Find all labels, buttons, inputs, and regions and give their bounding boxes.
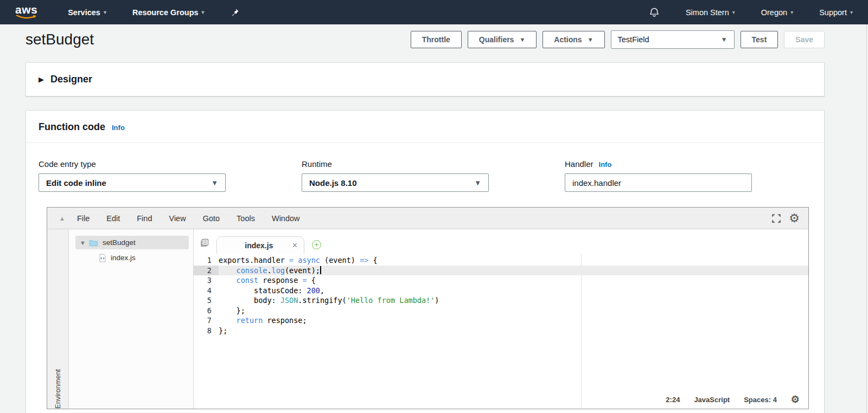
throttle-button[interactable]: Throttle	[411, 31, 462, 48]
statusbar-gear-icon[interactable]: ⚙	[791, 395, 800, 404]
chevron-down-icon: ▾	[104, 9, 106, 15]
test-event-select[interactable]: TestField ▼	[611, 30, 735, 49]
new-tab-plus-icon[interactable]: +	[312, 240, 321, 249]
code-line-text: const response = {	[219, 275, 316, 286]
tree-file-label: index.js	[111, 254, 136, 262]
editor-settings-gear-icon[interactable]: ⚙	[789, 212, 800, 224]
code-editor: ▲ FileEditFindViewGotoToolsWindow ⚙ Envi…	[47, 207, 809, 409]
qualifiers-button[interactable]: Qualifiers ▼	[468, 31, 537, 48]
fullscreen-icon[interactable]	[771, 214, 781, 223]
aws-logo-text: aws	[15, 5, 37, 15]
handler-field: Handler Info index.handler	[565, 159, 752, 192]
code-line-text: console.log(event);	[219, 266, 321, 276]
code-line[interactable]: 7 return response;	[194, 315, 808, 326]
nav-user-menu[interactable]: Simon Stern ▾	[686, 8, 735, 17]
menu-find[interactable]: Find	[137, 214, 152, 223]
test-event-value: TestField	[618, 35, 649, 44]
tab-close-icon[interactable]: ×	[292, 241, 297, 250]
tree-file-indexjs[interactable]: index.js	[69, 251, 193, 264]
runtime-field: Runtime Node.js 8.10 ▼	[302, 159, 489, 192]
line-number: 4	[194, 286, 219, 296]
code-line-text: return response;	[219, 315, 307, 326]
tab-indexjs[interactable]: index.js ×	[216, 236, 304, 254]
aws-logo[interactable]: aws	[15, 5, 37, 20]
runtime-select[interactable]: Node.js 8.10 ▼	[302, 173, 489, 192]
handler-info-link[interactable]: Info	[599, 160, 612, 169]
disclosure-triangle-icon[interactable]: ▼	[80, 240, 86, 246]
indentation-setting[interactable]: Spaces: 4	[744, 396, 777, 404]
code-line-text: };	[219, 326, 227, 336]
pin-icon[interactable]	[231, 8, 239, 17]
code-line[interactable]: 6 };	[194, 306, 808, 316]
code-line[interactable]: 2 console.log(event);	[194, 266, 808, 276]
page-scrollbar[interactable]	[866, 24, 867, 413]
notifications-bell-icon[interactable]	[649, 7, 660, 18]
nav-resource-groups-label: Resource Groups	[132, 8, 199, 17]
tree-folder-setbudget[interactable]: ▼ setBudget	[75, 236, 189, 249]
nav-region-label: Oregon	[761, 8, 787, 17]
save-label: Save	[795, 35, 813, 44]
designer-section[interactable]: ▶ Designer	[25, 62, 825, 96]
menu-window[interactable]: Window	[272, 214, 300, 223]
nav-resource-groups[interactable]: Resource Groups ▾	[132, 8, 205, 17]
cursor-position[interactable]: 2:24	[666, 396, 680, 404]
folder-icon	[89, 239, 98, 247]
tab-list-icon[interactable]	[200, 238, 210, 247]
expand-triangle-icon: ▶	[39, 75, 44, 83]
tree-folder-label: setBudget	[103, 238, 136, 247]
save-button[interactable]: Save	[784, 31, 825, 48]
throttle-label: Throttle	[422, 35, 450, 44]
menu-goto[interactable]: Goto	[203, 214, 220, 223]
code-entry-type-label: Code entry type	[39, 159, 226, 169]
editor-statusbar: 2:24 JavaScript Spaces: 4 ⚙	[666, 395, 800, 404]
page-title: setBudget	[25, 31, 94, 48]
code-text-area[interactable]: 1exports.handler = async (event) => {2 c…	[194, 254, 808, 409]
editor-menubar: ▲ FileEditFindViewGotoToolsWindow ⚙	[47, 208, 808, 229]
function-code-title: Function code	[39, 121, 105, 133]
menu-view[interactable]: View	[169, 214, 186, 223]
chevron-down-icon: ▾	[732, 9, 735, 15]
aws-smile-icon	[16, 15, 37, 20]
language-mode[interactable]: JavaScript	[694, 396, 730, 404]
editor-tabbar: index.js × +	[194, 229, 808, 254]
code-pane: index.js × + 1exports.handler = async (e…	[194, 229, 808, 409]
handler-input[interactable]: index.handler	[565, 173, 752, 192]
handler-label: Handler	[565, 159, 593, 169]
line-number: 5	[194, 295, 219, 306]
file-tree: ▼ setBudget index.js	[69, 229, 194, 409]
test-button[interactable]: Test	[741, 31, 778, 48]
chevron-down-icon: ▼	[721, 36, 727, 43]
collapse-editor-icon[interactable]: ▲	[59, 215, 65, 222]
line-number: 8	[194, 326, 219, 336]
code-line-text: body: JSON.stringify('Hello from Lambda!…	[219, 295, 439, 306]
environment-sidebar[interactable]: Environment	[47, 229, 69, 409]
function-code-info-link[interactable]: Info	[112, 124, 125, 132]
menu-tools[interactable]: Tools	[237, 214, 255, 223]
code-entry-type-value: Edit code inline	[46, 178, 106, 188]
line-number: 2	[194, 266, 219, 276]
nav-region-menu[interactable]: Oregon ▾	[761, 8, 793, 17]
nav-services-label: Services	[68, 8, 100, 17]
menu-file[interactable]: File	[77, 214, 90, 223]
runtime-value: Node.js 8.10	[309, 178, 357, 188]
actions-label: Actions	[554, 35, 582, 44]
nav-services[interactable]: Services ▾	[68, 8, 106, 17]
code-entry-type-select[interactable]: Edit code inline ▼	[39, 173, 226, 192]
code-line-text: statusCode: 200,	[219, 286, 324, 296]
line-number: 7	[194, 315, 219, 326]
code-line[interactable]: 1exports.handler = async (event) => {	[194, 255, 808, 266]
menu-edit[interactable]: Edit	[106, 214, 120, 223]
code-line[interactable]: 5 body: JSON.stringify('Hello from Lambd…	[194, 295, 808, 306]
actions-button[interactable]: Actions ▼	[542, 31, 604, 48]
handler-value: index.handler	[572, 178, 621, 188]
function-header: setBudget Throttle Qualifiers ▼ Actions …	[0, 24, 868, 54]
function-code-section: Function code Info Code entry type Edit …	[25, 110, 825, 413]
code-line[interactable]: 3 const response = {	[194, 275, 808, 286]
code-line-text: exports.handler = async (event) => {	[219, 255, 378, 266]
code-line[interactable]: 8};	[194, 326, 808, 336]
code-line-text: };	[219, 306, 245, 316]
runtime-label: Runtime	[302, 159, 489, 169]
nav-support-menu[interactable]: Support ▾	[819, 8, 853, 17]
qualifiers-label: Qualifiers	[479, 35, 514, 44]
code-line[interactable]: 4 statusCode: 200,	[194, 286, 808, 296]
